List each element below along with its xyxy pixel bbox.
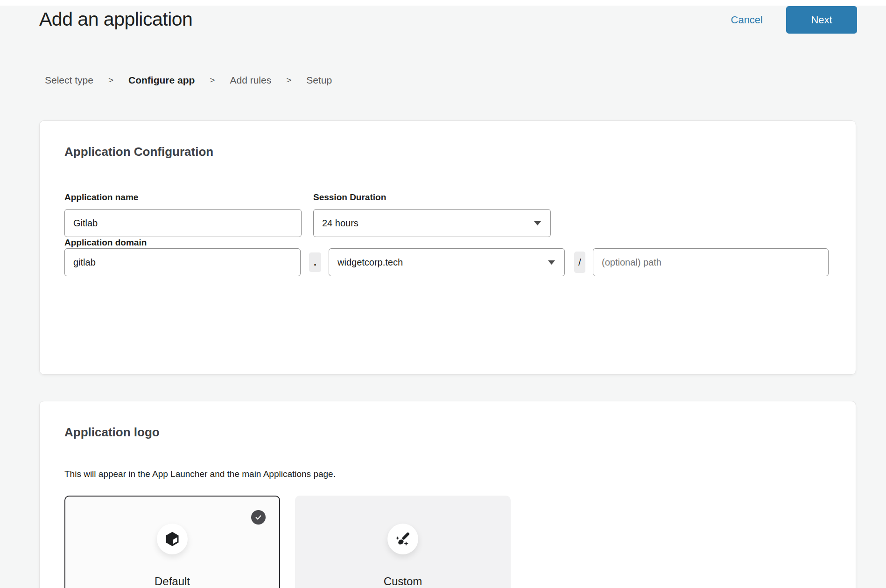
logo-option-label: Custom bbox=[296, 575, 510, 588]
breadcrumb-separator: > bbox=[286, 75, 291, 85]
header-actions: Cancel Next bbox=[731, 6, 857, 34]
breadcrumb: Select type > Configure app > Add rules … bbox=[45, 75, 332, 86]
step-configure-app[interactable]: Configure app bbox=[128, 75, 195, 86]
logo-option-default[interactable]: Default bbox=[64, 496, 280, 588]
chevron-down-icon bbox=[548, 260, 555, 265]
default-logo-circle bbox=[157, 524, 188, 554]
application-logo-card: Application logo This will appear in the… bbox=[39, 401, 856, 588]
domain-value: widgetcorp.tech bbox=[338, 257, 403, 268]
selected-check-badge bbox=[251, 510, 266, 525]
session-duration-value: 24 hours bbox=[322, 218, 359, 229]
application-name-label: Application name bbox=[64, 192, 302, 203]
dot-separator: . bbox=[309, 252, 321, 272]
application-logo-description: This will appear in the App Launcher and… bbox=[64, 469, 829, 480]
session-duration-label: Session Duration bbox=[313, 192, 551, 203]
domain-select[interactable]: widgetcorp.tech bbox=[329, 248, 565, 276]
session-duration-select[interactable]: 24 hours bbox=[313, 209, 551, 237]
slash-separator: / bbox=[574, 252, 585, 273]
step-setup[interactable]: Setup bbox=[306, 75, 332, 86]
chevron-down-icon bbox=[534, 221, 541, 225]
check-icon bbox=[254, 513, 262, 521]
step-select-type[interactable]: Select type bbox=[45, 75, 93, 86]
subdomain-input[interactable] bbox=[64, 248, 301, 276]
step-add-rules[interactable]: Add rules bbox=[230, 75, 271, 86]
application-logo-heading: Application logo bbox=[64, 425, 829, 440]
application-domain-label: Application domain bbox=[64, 238, 147, 247]
top-strip bbox=[0, 0, 886, 6]
cube-icon bbox=[164, 531, 181, 547]
logo-option-custom[interactable]: Custom bbox=[295, 496, 511, 588]
logo-options: Default Custom bbox=[64, 496, 829, 588]
application-domain-row: . widgetcorp.tech / bbox=[64, 248, 829, 276]
cancel-button[interactable]: Cancel bbox=[731, 14, 763, 26]
paintbrush-icon bbox=[394, 531, 411, 547]
custom-logo-circle bbox=[387, 524, 418, 554]
breadcrumb-separator: > bbox=[108, 75, 113, 85]
page-title: Add an application bbox=[39, 8, 192, 30]
application-name-input[interactable] bbox=[64, 209, 302, 237]
next-button[interactable]: Next bbox=[786, 6, 857, 34]
logo-option-label: Default bbox=[65, 575, 279, 588]
application-configuration-heading: Application Configuration bbox=[64, 144, 829, 159]
breadcrumb-separator: > bbox=[210, 75, 215, 85]
application-configuration-card: Application Configuration Application na… bbox=[39, 120, 856, 375]
path-input[interactable] bbox=[593, 248, 829, 276]
